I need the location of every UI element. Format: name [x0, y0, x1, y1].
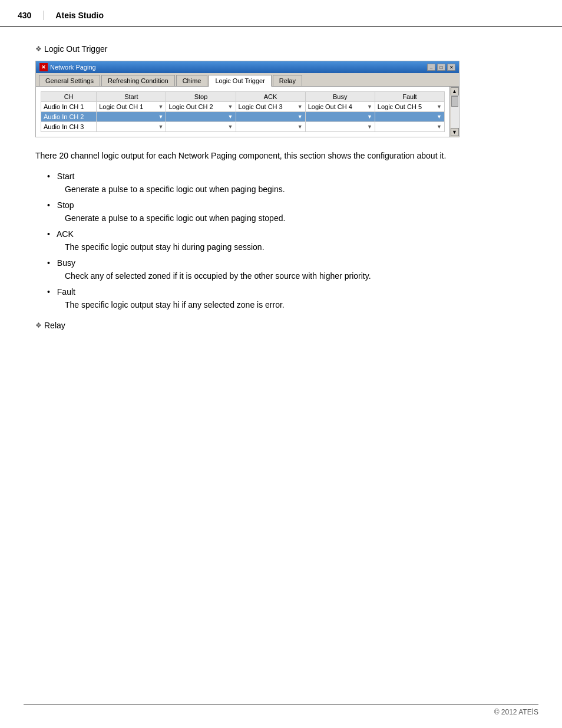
cell-ch3-fault: ▼ [375, 122, 444, 132]
section-relay: ❖ Relay [35, 321, 527, 330]
dropdown-arrow-icon[interactable]: ▼ [437, 124, 442, 130]
window-titlebar: ✕ Network Paging – □ ✕ [36, 61, 459, 73]
col-header-busy: Busy [305, 92, 375, 102]
table-row: Audio In CH 2 ▼ [41, 112, 445, 122]
scroll-up-button[interactable]: ▲ [451, 87, 459, 95]
cell-ch2-fault: ▼ [375, 112, 444, 122]
table-container: CH Start Stop ACK Busy Fault Audi [36, 87, 449, 137]
maximize-button[interactable]: □ [437, 64, 445, 71]
table-area: CH Start Stop ACK Busy Fault Audi [36, 87, 459, 137]
cell-ch2-start: ▼ [97, 112, 166, 122]
dropdown-arrow-icon[interactable]: ▼ [367, 124, 372, 130]
dropdown-arrow-icon[interactable]: ▼ [437, 114, 442, 120]
section-heading-label: Logic Out Trigger [44, 44, 107, 54]
cell-ch1-stop: Logic Out CH 2 ▼ [166, 102, 236, 112]
dropdown-arrow-icon[interactable]: ▼ [228, 124, 233, 130]
col-header-fault: Fault [375, 92, 444, 102]
table-row: Audio In CH 1 Logic Out CH 1 ▼ L [41, 102, 445, 112]
tab-relay[interactable]: Relay [273, 75, 302, 86]
cell-ch3-busy: ▼ [305, 122, 375, 132]
dropdown-arrow-icon[interactable]: ▼ [367, 114, 372, 120]
bullet-desc-ack: The specific logic output stay hi during… [47, 241, 527, 253]
close-button[interactable]: ✕ [447, 64, 455, 71]
dropdown-arrow-icon[interactable]: ▼ [297, 124, 303, 130]
dropdown-arrow-icon[interactable]: ▼ [228, 114, 233, 120]
bullet-term-start: • Start [47, 172, 527, 181]
cell-ch2-busy: ▼ [305, 112, 375, 122]
bullet-desc-busy: Check any of selected zoned if it is occ… [47, 270, 527, 282]
window-tabs: General Settings Refreshing Condition Ch… [36, 73, 459, 87]
list-item-fault: • Fault The specific logic output stay h… [47, 287, 527, 311]
cell-ch2-ack: ▼ [236, 112, 305, 122]
page-footer: © 2012 ATEİS [24, 704, 538, 716]
scroll-down-button[interactable]: ▼ [451, 128, 459, 136]
cell-ch1-ack: Logic Out CH 3 ▼ [236, 102, 305, 112]
cell-ch1-busy: Logic Out CH 4 ▼ [305, 102, 375, 112]
bullet-dot: • [47, 258, 50, 268]
dropdown-arrow-icon[interactable]: ▼ [158, 114, 163, 120]
section-logic-out-trigger: ❖ Logic Out Trigger [35, 44, 527, 54]
list-item-ack: • ACK The specific logic output stay hi … [47, 229, 527, 253]
minimize-button[interactable]: – [427, 64, 435, 71]
relay-heading-label: Relay [44, 321, 65, 330]
description-text: There 20 channel logic output for each N… [35, 149, 527, 162]
bullet-term-busy: • Busy [47, 258, 527, 268]
dropdown-arrow-icon[interactable]: ▼ [297, 114, 303, 120]
feature-list: • Start Generate a pulse to a specific l… [35, 172, 527, 311]
main-content: ❖ Logic Out Trigger ✕ Network Paging – □… [0, 38, 562, 373]
table-row: Audio In CH 3 ▼ [41, 122, 445, 132]
cell-ch3-stop: ▼ [166, 122, 236, 132]
scroll-track [451, 95, 459, 128]
dropdown-arrow-icon[interactable]: ▼ [228, 104, 233, 110]
bullet-dot: • [47, 200, 50, 210]
tab-refreshing-condition[interactable]: Refreshing Condition [101, 75, 175, 86]
tab-chime[interactable]: Chime [176, 75, 208, 86]
col-header-start: Start [97, 92, 166, 102]
window-title: Network Paging [50, 64, 96, 71]
list-item-start: • Start Generate a pulse to a specific l… [47, 172, 527, 196]
bullet-dot: • [47, 287, 50, 297]
vertical-scrollbar[interactable]: ▲ ▼ [449, 87, 459, 137]
col-header-ch: CH [41, 92, 97, 102]
col-header-ack: ACK [236, 92, 305, 102]
cell-ch1-start: Logic Out CH 1 ▼ [97, 102, 166, 112]
copyright-text: © 2012 ATEİS [494, 708, 538, 716]
cell-ch1: Audio In CH 1 [41, 102, 97, 112]
bullet-dot: • [47, 229, 50, 239]
cell-ch2: Audio In CH 2 [41, 112, 97, 122]
tab-general-settings[interactable]: General Settings [39, 75, 100, 86]
diamond-bullet-2: ❖ [35, 321, 42, 330]
bullet-dot: • [47, 172, 50, 181]
bullet-desc-fault: The specific logic output stay hi if any… [47, 299, 527, 311]
cell-ch3-ack: ▼ [236, 122, 305, 132]
bullet-desc-start: Generate a pulse to a specific logic out… [47, 183, 527, 196]
cell-ch3-start: ▼ [97, 122, 166, 132]
tab-logic-out-trigger[interactable]: Logic Out Trigger [209, 75, 271, 87]
dropdown-arrow-icon[interactable]: ▼ [437, 104, 442, 110]
network-paging-window: ✕ Network Paging – □ ✕ General Settings … [35, 61, 459, 137]
diamond-bullet-1: ❖ [35, 45, 42, 53]
list-item-busy: • Busy Check any of selected zoned if it… [47, 258, 527, 282]
dropdown-arrow-icon[interactable]: ▼ [297, 104, 303, 110]
logic-out-table: CH Start Stop ACK Busy Fault Audi [41, 91, 445, 132]
titlebar-left: ✕ Network Paging [39, 63, 96, 71]
dropdown-arrow-icon[interactable]: ▼ [158, 104, 163, 110]
bullet-term-fault: • Fault [47, 287, 527, 297]
list-item-stop: • Stop Generate a pulse to a specific lo… [47, 200, 527, 225]
titlebar-controls[interactable]: – □ ✕ [427, 64, 455, 71]
cell-ch2-stop: ▼ [166, 112, 236, 122]
page-title: Ateis Studio [55, 11, 104, 20]
table-main: CH Start Stop ACK Busy Fault Audi [36, 87, 449, 137]
window-icon: ✕ [39, 63, 48, 71]
bullet-desc-stop: Generate a pulse to a specific logic out… [47, 212, 527, 225]
bullet-term-ack: • ACK [47, 229, 527, 239]
cell-ch1-fault: Logic Out CH 5 ▼ [375, 102, 444, 112]
dropdown-arrow-icon[interactable]: ▼ [367, 104, 372, 110]
cell-ch3: Audio In CH 3 [41, 122, 97, 132]
dropdown-arrow-icon[interactable]: ▼ [158, 124, 163, 130]
bullet-term-stop: • Stop [47, 200, 527, 210]
col-header-stop: Stop [166, 92, 236, 102]
page-header: 430 Ateis Studio [0, 0, 562, 27]
scroll-thumb[interactable] [451, 96, 458, 107]
page-number: 430 [18, 11, 44, 20]
